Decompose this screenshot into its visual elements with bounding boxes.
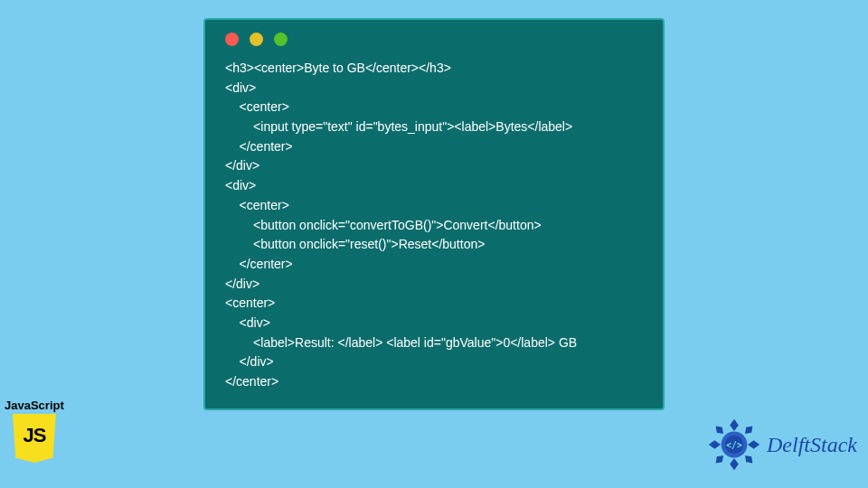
svg-marker-5 bbox=[745, 427, 752, 434]
delftstack-logo-icon: </> bbox=[707, 418, 761, 472]
window-controls bbox=[225, 33, 648, 46]
maximize-icon bbox=[274, 33, 288, 46]
code-panel: <h3><center>Byte to GB</center></h3> <di… bbox=[203, 18, 665, 410]
delftstack-name: DelftStack bbox=[767, 433, 857, 457]
svg-text:</>: </> bbox=[726, 440, 742, 450]
javascript-label: JavaScript bbox=[5, 399, 64, 412]
svg-marker-2 bbox=[709, 440, 721, 449]
svg-marker-7 bbox=[745, 455, 752, 463]
svg-marker-6 bbox=[716, 455, 723, 463]
delftstack-brand: </> DelftStack bbox=[707, 418, 857, 472]
svg-marker-4 bbox=[716, 427, 723, 434]
javascript-shield-icon bbox=[13, 414, 56, 463]
javascript-badge: JavaScript bbox=[5, 399, 64, 463]
close-icon bbox=[225, 33, 239, 46]
svg-marker-1 bbox=[730, 458, 739, 470]
code-block: <h3><center>Byte to GB</center></h3> <di… bbox=[220, 59, 648, 392]
svg-marker-0 bbox=[730, 419, 739, 431]
svg-marker-3 bbox=[748, 440, 760, 449]
minimize-icon bbox=[250, 33, 263, 46]
